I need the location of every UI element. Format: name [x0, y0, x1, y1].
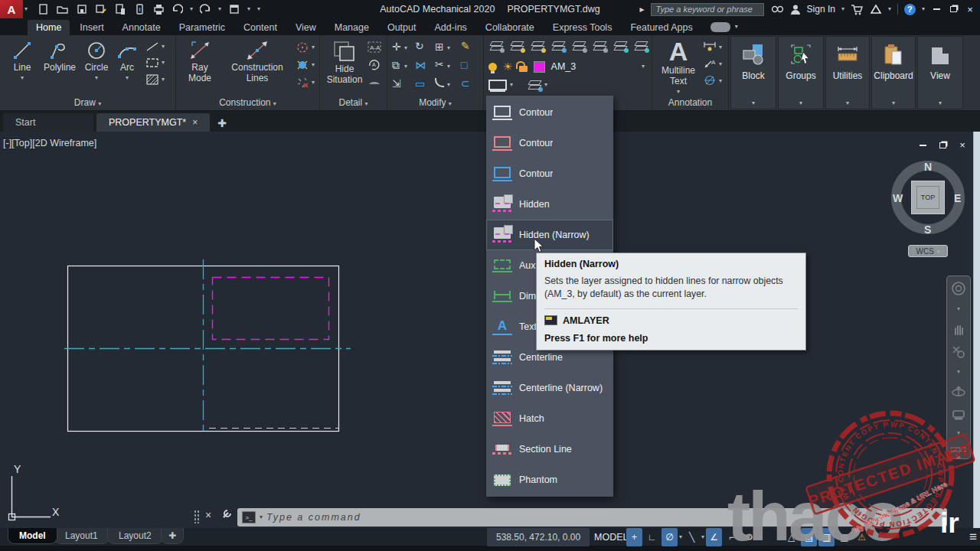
ray-mode-button[interactable]: Ray Mode — [181, 40, 219, 84]
chevron-down-icon[interactable]: ▾ — [24, 6, 28, 12]
tab-propertymgt[interactable]: PROPERTYMGT*× — [96, 113, 210, 132]
detail-rotate-icon[interactable]: A — [368, 58, 381, 70]
viewcube-north[interactable]: N — [924, 161, 932, 173]
leader-icon[interactable]: A — [703, 58, 717, 70]
tab-layout2[interactable]: Layout2 — [107, 528, 163, 544]
layer-item-phantom[interactable]: Phantom — [486, 465, 613, 495]
chevron-down-icon[interactable]: ▾ — [447, 64, 450, 70]
layer-properties-icon[interactable] — [490, 41, 503, 51]
chevron-down-icon[interactable]: ▾ — [21, 75, 24, 81]
trim-icon[interactable]: ✂ — [435, 59, 444, 70]
construction-points-icon[interactable] — [296, 59, 309, 71]
help-dropdown-icon[interactable]: ▾ — [922, 6, 925, 12]
chevron-down-icon[interactable]: ▾ — [404, 64, 407, 70]
panel-label-annotation[interactable]: Annotation — [652, 97, 728, 108]
chevron-down-icon[interactable]: ▾ — [846, 100, 849, 106]
panel-label-draw[interactable]: Draw ▾ — [0, 97, 175, 108]
autodesk-dropdown-icon[interactable]: ▾ — [888, 6, 891, 12]
symbol-icon[interactable] — [703, 75, 717, 86]
mobile-upload-icon[interactable] — [133, 3, 145, 15]
command-close-icon[interactable]: × — [205, 509, 211, 521]
mirror-icon[interactable]: ⋈ — [415, 60, 426, 70]
tab-home[interactable]: Home — [28, 20, 70, 35]
zoom-extents-icon[interactable] — [952, 345, 965, 359]
panel-clipboard[interactable]: Clipboard ▾ — [871, 36, 916, 109]
tab-parametric[interactable]: Parametric — [171, 20, 234, 35]
sign-in-button[interactable]: Sign In — [807, 4, 835, 15]
chevron-down-icon[interactable]: ▾ — [312, 80, 315, 86]
command-prompt-icon[interactable]: >_ — [242, 511, 256, 523]
autocad-app-icon[interactable]: A — [0, 0, 23, 18]
scale-icon[interactable]: ▭ — [415, 78, 425, 89]
tab-insert[interactable]: Insert — [71, 20, 112, 35]
tab-featured-apps[interactable]: Featured Apps — [622, 20, 701, 35]
model-space-label[interactable]: MODEL — [594, 528, 628, 546]
move-icon[interactable]: ✛ — [392, 41, 401, 52]
copy-icon[interactable]: ⧉ — [392, 60, 400, 70]
tab-start[interactable]: Start — [3, 113, 93, 132]
chevron-down-icon[interactable]: ▾ — [939, 100, 942, 106]
chevron-down-icon[interactable]: ▾ — [719, 44, 722, 51]
layer-item-contour-1[interactable]: Contour — [486, 97, 613, 128]
chevron-down-icon[interactable]: ▾ — [679, 534, 682, 540]
chevron-down-icon[interactable]: ▾ — [701, 534, 704, 540]
section-view-icon[interactable]: A-A — [368, 41, 381, 53]
layer-tools-icon[interactable] — [531, 41, 544, 51]
chevron-down-icon[interactable]: ▾ — [719, 78, 722, 84]
chevron-down-icon[interactable]: ▾ — [162, 44, 165, 50]
redo-icon[interactable] — [200, 4, 211, 15]
chevron-down-icon[interactable]: ▾ — [752, 100, 755, 106]
isometric-drafting-toggle[interactable]: ╲ — [684, 528, 700, 546]
undo-dropdown-icon[interactable]: ▾ — [190, 6, 193, 12]
layer-isolate-icon[interactable] — [573, 41, 586, 51]
connect-app-icon[interactable] — [710, 22, 730, 32]
construction-lines-button[interactable]: Construction Lines — [220, 40, 294, 84]
panel-label-modify[interactable]: Modify ▾ — [387, 97, 483, 108]
snap-mode-toggle[interactable]: + — [626, 528, 642, 546]
panel-view[interactable]: View ▾ — [917, 36, 963, 109]
rectangle-tool-icon[interactable] — [145, 57, 159, 68]
layer-on-off-icon[interactable] — [635, 41, 648, 51]
pan-hand-icon[interactable] — [952, 322, 965, 336]
layer-item-hatch[interactable]: Hatch — [486, 403, 613, 434]
layer-item-section-line[interactable]: Section Line — [486, 434, 613, 465]
qat-customize-icon[interactable]: ▾ — [257, 6, 260, 12]
dimension-icon[interactable] — [703, 41, 717, 53]
redo-dropdown-icon[interactable]: ▾ — [218, 6, 221, 12]
panel-groups[interactable]: Groups ▾ — [778, 36, 824, 109]
explode-icon[interactable]: □ — [461, 60, 467, 70]
panel-block[interactable]: Block ▾ — [730, 36, 776, 109]
layer-on-bulb-icon[interactable] — [488, 63, 497, 71]
arc-button[interactable]: Arc▾ — [113, 40, 141, 81]
fillet-icon[interactable] — [435, 78, 444, 89]
vp-close-icon[interactable]: × — [957, 139, 968, 151]
tab-add-ins[interactable]: Add-ins — [426, 20, 475, 35]
polyline-button[interactable]: Polyline — [41, 40, 78, 73]
viewport-label[interactable]: [-][Top][2D Wireframe] — [3, 138, 96, 148]
viewcube-west[interactable]: W — [893, 192, 903, 204]
layer-freeze-icon[interactable] — [614, 41, 627, 51]
chevron-down-icon[interactable]: ▾ — [447, 45, 450, 51]
chevron-down-icon[interactable]: ▾ — [162, 77, 165, 83]
minimize-button[interactable] — [931, 8, 942, 10]
tab-output[interactable]: Output — [379, 20, 425, 35]
viewcube-top-face[interactable]: TOP — [911, 181, 945, 214]
layer-item-centerline-narrow[interactable]: Centerline (Narrow) — [486, 373, 613, 403]
chevron-down-icon[interactable]: ▾ — [260, 514, 263, 520]
construction-circle-icon[interactable] — [296, 41, 309, 54]
tab-express-tools[interactable]: Express Tools — [544, 20, 621, 35]
erase-icon[interactable]: ✎ — [461, 41, 470, 51]
chevron-down-icon[interactable]: ▾ — [735, 24, 738, 30]
user-icon[interactable] — [790, 4, 801, 15]
line-tool-icon[interactable] — [145, 41, 159, 52]
chevron-down-icon[interactable]: ▾ — [447, 82, 450, 88]
cart-icon[interactable] — [851, 4, 864, 15]
chevron-down-icon[interactable]: ▾ — [892, 100, 895, 106]
tab-model[interactable]: Model — [8, 528, 57, 544]
rotate-icon[interactable]: ↻ — [415, 41, 424, 51]
chevron-down-icon[interactable]: ▾ — [719, 61, 722, 67]
layer-color-swatch[interactable] — [534, 61, 545, 73]
full-navigation-wheel-icon[interactable] — [951, 281, 966, 296]
layer-item-contour-2[interactable]: Contour — [486, 128, 613, 158]
save-icon[interactable] — [76, 3, 88, 15]
